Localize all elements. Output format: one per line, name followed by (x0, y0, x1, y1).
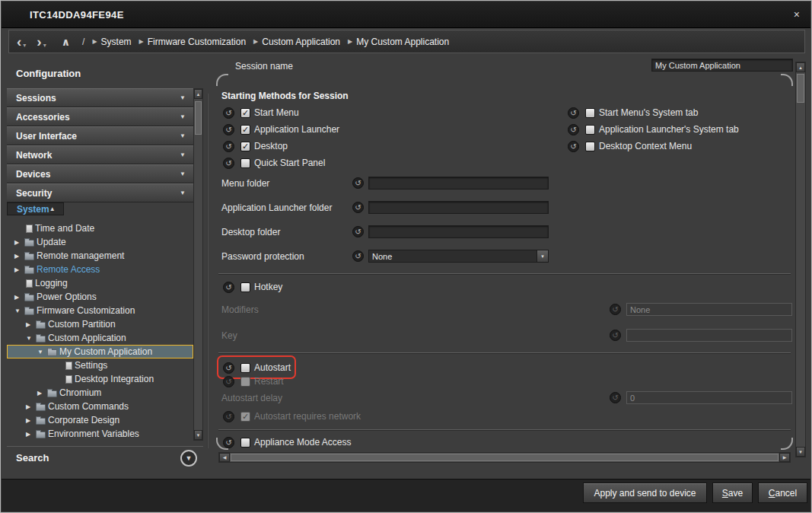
reset-icon[interactable]: ↺ (223, 437, 234, 448)
desktop-checkbox[interactable]: ✓ (240, 142, 250, 151)
horizontal-scrollbar[interactable]: ◀ ▶ (218, 452, 791, 463)
reset-icon[interactable]: ↺ (223, 141, 234, 152)
session-name-input[interactable] (651, 59, 793, 72)
tree-item-remote-access[interactable]: ▶ Remote Access (7, 263, 193, 276)
reset-icon[interactable]: ↺ (352, 250, 364, 262)
tree-expander-icon[interactable]: ▶ (14, 266, 24, 273)
tree-expander-icon[interactable]: ▼ (14, 307, 24, 314)
scroll-down-icon[interactable]: ▼ (194, 430, 202, 440)
desktop-folder-input[interactable] (368, 225, 549, 238)
forward-dropdown-icon[interactable]: ▾ (43, 42, 46, 49)
tree-item-corporate-design[interactable]: ▶ Corporate Design (7, 413, 193, 427)
reset-icon[interactable]: ↺ (568, 107, 579, 119)
tree-expander-icon[interactable]: ▶ (14, 294, 24, 301)
reset-icon[interactable]: ↺ (568, 124, 579, 135)
reset-icon[interactable]: ↺ (352, 177, 364, 189)
vertical-scrollbar[interactable]: ▲ ▼ (795, 62, 806, 457)
nav-back-button[interactable]: ‹ ▾ (17, 35, 26, 49)
modifiers-row: Modifiers ↺ (212, 303, 807, 316)
tree-item-my-custom-application[interactable]: ▼ My Custom Application (7, 345, 193, 358)
appliance-mode-access-checkbox[interactable] (240, 438, 250, 448)
tree-item-chromium[interactable]: ▶ Chromium (7, 386, 193, 400)
tree-item-environment-variables[interactable]: ▶ Environment Variables (7, 427, 193, 441)
reset-icon[interactable]: ↺ (352, 226, 364, 237)
sidebar-item-network[interactable]: Network ▼ (7, 145, 193, 164)
dropdown-arrow-icon[interactable]: ▼ (537, 250, 548, 262)
password-protection-select[interactable]: None ▼ (368, 250, 549, 263)
title-bar: ITC14DDA94FE94E × (2, 2, 810, 28)
sidebar-item-sessions[interactable]: Sessions ▼ (7, 88, 193, 107)
start-menu-system-tab-checkbox[interactable] (585, 108, 595, 118)
nav-up-button[interactable]: ∧ (62, 36, 70, 48)
hotkey-checkbox[interactable] (240, 282, 250, 292)
tree-item-logging[interactable]: Logging (7, 276, 193, 290)
vertical-scrollbar-thumb[interactable] (797, 74, 804, 103)
tree-item-settings[interactable]: Settings (7, 358, 193, 372)
sidebar-item-system[interactable]: System ▲ (7, 202, 64, 215)
tree-item-desktop-integration[interactable]: Desktop Integration (7, 372, 193, 386)
tree-expander-icon[interactable]: ▼ (37, 349, 47, 355)
reset-icon[interactable]: ↺ (352, 202, 364, 213)
reset-icon[interactable]: ↺ (223, 124, 234, 135)
chevron-down-icon: ▼ (180, 132, 186, 139)
panel-splitter[interactable] (207, 94, 209, 448)
tree-expander-icon[interactable]: ▼ (26, 335, 36, 342)
tree-item-firmware-customization[interactable]: ▼ Firmware Customization (7, 304, 193, 317)
search-expand-button[interactable]: ▼ (180, 450, 197, 467)
sidebar-item-devices[interactable]: Devices ▼ (7, 164, 193, 183)
application-launcher-system-tab-row: ↺ Application Launcher's System tab (568, 123, 739, 135)
reset-icon[interactable]: ↺ (223, 282, 234, 293)
reset-icon[interactable]: ↺ (223, 107, 234, 119)
tree-item-time-and-date[interactable]: Time and Date (7, 221, 193, 235)
tree-item-custom-commands[interactable]: ▶ Custom Commands (7, 400, 193, 413)
scroll-up-icon[interactable]: ▲ (194, 89, 202, 99)
scroll-down-icon[interactable]: ▼ (796, 447, 805, 457)
application-launcher-checkbox[interactable]: ✓ (240, 125, 250, 135)
forward-icon: › (37, 35, 41, 49)
tree-expander-icon[interactable]: ▶ (26, 403, 36, 410)
sidebar-item-user-interface[interactable]: User Interface ▼ (7, 126, 193, 145)
breadcrumb-item-custom-application[interactable]: ▶ Custom Application (253, 37, 340, 47)
sidebar-scrollbar[interactable]: ▲ ▼ (193, 88, 203, 441)
folder-icon (36, 404, 46, 411)
close-icon[interactable]: × (794, 8, 800, 21)
tree-expander-icon[interactable]: ▶ (14, 239, 24, 246)
horizontal-scrollbar-thumb[interactable] (231, 454, 779, 461)
autostart-checkbox[interactable] (240, 363, 250, 373)
sidebar-item-accessories[interactable]: Accessories ▼ (7, 107, 193, 126)
tree-expander-icon[interactable]: ▶ (14, 253, 24, 260)
scroll-up-icon[interactable]: ▲ (796, 62, 805, 72)
breadcrumb-item-system[interactable]: ▶ System (92, 37, 131, 47)
tree-item-update[interactable]: ▶ Update (7, 235, 193, 249)
tree-item-custom-application[interactable]: ▼ Custom Application (7, 331, 193, 345)
reset-icon[interactable]: ↺ (223, 158, 234, 169)
scroll-right-icon[interactable]: ▶ (779, 453, 790, 462)
menu-folder-input[interactable] (368, 177, 549, 190)
reset-icon[interactable]: ↺ (568, 141, 579, 152)
desktop-context-menu-checkbox[interactable] (585, 142, 595, 151)
start-menu-checkbox[interactable]: ✓ (240, 108, 250, 118)
application-launcher-folder-input[interactable] (368, 201, 549, 214)
quick-start-panel-checkbox[interactable] (240, 158, 250, 168)
tree-item-power-options[interactable]: ▶ Power Options (7, 290, 193, 304)
tree-expander-icon[interactable]: ▶ (37, 390, 47, 397)
tree-item-custom-partition[interactable]: ▶ Custom Partition (7, 317, 193, 331)
nav-forward-button[interactable]: › ▾ (37, 35, 46, 49)
apply-and-send-button[interactable]: Apply and send to device (583, 483, 707, 503)
tree-expander-icon[interactable]: ▶ (26, 431, 36, 438)
cancel-button[interactable]: Cancel (758, 483, 807, 503)
reset-icon[interactable]: ↺ (223, 362, 234, 374)
tree-expander-icon[interactable]: ▶ (26, 321, 36, 328)
tree-item-remote-management[interactable]: ▶ Remote management (7, 249, 193, 263)
scroll-left-icon[interactable]: ◀ (219, 453, 230, 462)
breadcrumb-item-firmware-customization[interactable]: ▶ Firmware Customization (139, 37, 247, 47)
breadcrumb-item-my-custom-application[interactable]: ▶ My Custom Application (348, 37, 449, 47)
tree-expander-icon[interactable]: ▶ (26, 417, 36, 424)
sidebar-item-security[interactable]: Security ▼ (7, 183, 193, 202)
application-launcher-system-tab-checkbox[interactable] (585, 125, 595, 135)
save-button[interactable]: Save (712, 483, 753, 503)
chevron-up-icon: ▲ (49, 206, 56, 212)
crumb-arrow-icon: ▶ (139, 38, 144, 45)
sidebar-scrollbar-thumb[interactable] (195, 101, 202, 135)
back-dropdown-icon[interactable]: ▾ (23, 42, 26, 49)
